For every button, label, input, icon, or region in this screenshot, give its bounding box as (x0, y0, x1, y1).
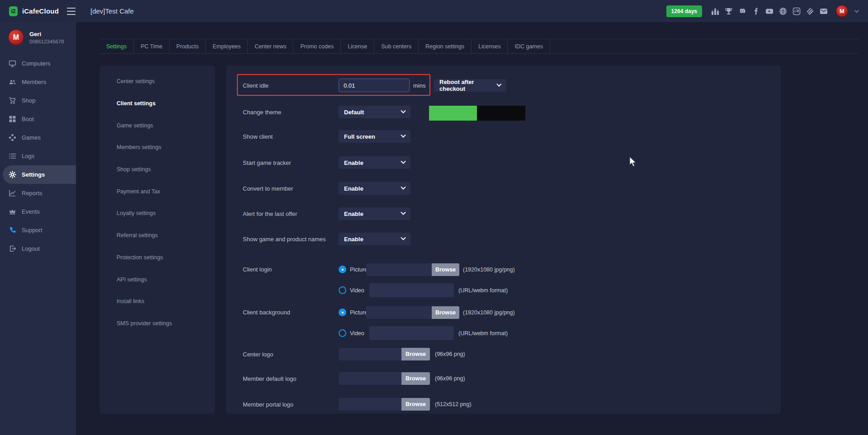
sidebar-item-logout[interactable]: Logout (0, 239, 76, 258)
monitor-icon (9, 60, 16, 67)
sidebar-item-logs[interactable]: Logs (0, 147, 76, 165)
chevron-down-icon[interactable] (854, 8, 859, 13)
sidebar-item-shop[interactable]: Shop (0, 91, 76, 110)
youtube-icon[interactable] (765, 7, 774, 15)
windows-icon (9, 115, 16, 123)
chevron-down-icon (401, 185, 406, 190)
subnav-loyalty-settings[interactable]: Loyalty settings (99, 202, 215, 225)
license-days-badge[interactable]: 1264 days (666, 5, 702, 17)
center-logo-hint: (96x96 png) (435, 351, 465, 357)
member-default-logo-browse-button[interactable]: Browse (401, 372, 430, 385)
sidebar-item-events[interactable]: Events (0, 202, 76, 221)
show-names-label: Show game and product names (243, 236, 326, 243)
user-avatar[interactable]: M (836, 5, 848, 17)
subnav-install-links[interactable]: Install links (99, 290, 215, 313)
cart-icon (9, 97, 16, 104)
chevron-down-icon (401, 235, 406, 240)
theme-black-swatch (477, 106, 525, 121)
icafecloud-icon[interactable] (793, 7, 801, 15)
trophy-icon[interactable] (725, 7, 733, 15)
client-background-label: Client background (243, 309, 290, 316)
subnav-client-settings[interactable]: Client settings (99, 93, 215, 115)
client-login-picture-browse-button[interactable]: Browse (432, 263, 459, 276)
mail-icon[interactable] (820, 7, 828, 15)
sidebar-item-reports[interactable]: Reports (0, 184, 76, 202)
start-game-tracker-select[interactable]: Enable (339, 156, 410, 169)
show-client-label: Show client (243, 133, 273, 140)
tab-license[interactable]: License (341, 39, 374, 53)
settings-subnav: Center settings Client settings Game set… (99, 65, 215, 414)
logo-area: i2 iCafeCloud (0, 0, 76, 22)
sidebar-item-support[interactable]: Support (0, 221, 76, 239)
chevron-down-icon (401, 159, 406, 164)
client-idle-action-select[interactable]: Reboot after checkout (434, 79, 506, 92)
globe-icon[interactable] (779, 7, 787, 15)
member-portal-logo-browse-button[interactable]: Browse (401, 398, 430, 411)
tab-promo-codes[interactable]: Promo codes (293, 39, 341, 53)
theme-preview-swatch (429, 106, 525, 121)
tab-employees[interactable]: Employees (206, 39, 248, 53)
list-icon (9, 152, 16, 160)
show-names-select[interactable]: Enable (339, 233, 410, 245)
tab-region-settings[interactable]: Region settings (419, 39, 472, 53)
show-client-select[interactable]: Full screen (339, 130, 410, 143)
chevron-down-icon (401, 133, 406, 138)
tab-sub-centers[interactable]: Sub centers (374, 39, 419, 53)
sidebar-item-games[interactable]: Games (0, 128, 76, 147)
sidebar-item-settings[interactable]: Settings (3, 165, 76, 184)
subnav-game-settings[interactable]: Game settings (99, 114, 215, 136)
discord-icon[interactable] (738, 7, 746, 15)
center-logo-input[interactable] (339, 348, 401, 360)
logo-text[interactable]: iCafeCloud (22, 7, 59, 15)
client-login-picture-radio[interactable] (339, 266, 346, 273)
member-default-logo-input[interactable] (339, 372, 401, 385)
client-idle-input[interactable] (339, 79, 410, 92)
center-logo-browse-button[interactable]: Browse (401, 348, 430, 360)
client-login-video-radio-label: Video (350, 287, 364, 294)
subnav-members-settings[interactable]: Members settings (99, 136, 215, 159)
client-login-picture-hint: (1920x1080 jpg/png) (463, 267, 515, 273)
client-background-picture-radio[interactable] (339, 309, 346, 316)
client-login-picture-input[interactable] (366, 263, 432, 276)
layers-icon[interactable] (806, 7, 814, 15)
subnav-api-settings[interactable]: API settings (99, 268, 215, 290)
tab-products[interactable]: Products (170, 39, 206, 53)
subnav-referral-settings[interactable]: Referral settings (99, 225, 215, 247)
facebook-icon[interactable] (752, 7, 760, 15)
client-background-video-radio[interactable] (339, 329, 346, 337)
client-background-video-input[interactable] (369, 326, 454, 340)
subnav-payment-and-tax[interactable]: Payment and Tax (99, 180, 215, 202)
alert-last-offer-label: Alert for the last offer (243, 210, 297, 217)
client-background-picture-browse-button[interactable]: Browse (432, 306, 459, 319)
alert-last-offer-select[interactable]: Enable (339, 207, 410, 220)
member-portal-logo-input[interactable] (339, 398, 401, 411)
client-settings-panel: Client idle mins Reboot after checkout C… (226, 65, 781, 414)
client-background-picture-radio-label: Picture (350, 309, 368, 316)
client-background-picture-input[interactable] (366, 306, 432, 319)
icafecloud-logo-icon[interactable]: i2 (9, 6, 18, 16)
subnav-shop-settings[interactable]: Shop settings (99, 159, 215, 181)
phone-icon (9, 226, 16, 234)
tab-center-news[interactable]: Center news (248, 39, 293, 53)
ranking-icon[interactable] (711, 7, 719, 15)
change-theme-select[interactable]: Default (339, 106, 410, 118)
subnav-center-settings[interactable]: Center settings (99, 70, 215, 93)
client-login-video-radio[interactable] (339, 286, 346, 294)
cafe-title: [dev]Test Cafe (90, 7, 134, 15)
client-login-video-hint: (URL/webm format) (458, 287, 508, 294)
client-login-video-input[interactable] (369, 283, 454, 297)
tab-idc-games[interactable]: IDC games (508, 39, 550, 53)
tab-settings[interactable]: Settings (99, 39, 134, 53)
sidebar-item-boot[interactable]: Boot (0, 110, 76, 128)
client-background-picture-hint: (1920x1080 jpg/png) (463, 309, 515, 316)
sidebar-item-computers[interactable]: Computers (0, 54, 76, 73)
topbar-actions: 1264 days (666, 5, 868, 17)
member-default-logo-hint: (96x96 png) (435, 375, 465, 382)
tab-licenses[interactable]: Licenses (472, 39, 508, 53)
subnav-sms-provider-settings[interactable]: SMS provider settings (99, 313, 215, 335)
sidebar-item-members[interactable]: Members (0, 73, 76, 91)
hamburger-menu-button[interactable] (67, 8, 75, 15)
tab-pc-time[interactable]: PC Time (134, 39, 170, 53)
convert-to-member-select[interactable]: Enable (339, 182, 410, 195)
subnav-protection-settings[interactable]: Protection settings (99, 247, 215, 269)
